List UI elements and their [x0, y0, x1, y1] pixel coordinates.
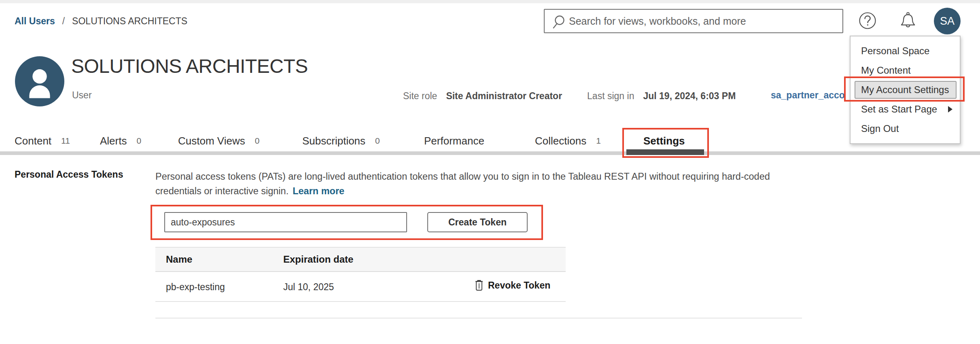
- pat-description-line1: Personal access tokens (PATs) are long-l…: [155, 169, 770, 184]
- token-expiration-cell: Jul 10, 2025: [283, 282, 334, 293]
- page-title: SOLUTIONS ARCHITECTS: [71, 55, 308, 77]
- menu-item-sign-out[interactable]: Sign Out: [851, 119, 960, 138]
- menu-item-my-content[interactable]: My Content: [851, 61, 960, 80]
- account-menu: Personal Space My Content My Account Set…: [850, 36, 961, 144]
- profile-meta-row: Site role Site Administrator Creator Las…: [403, 90, 736, 102]
- tab-alerts-count: 0: [136, 136, 141, 146]
- site-role-value: Site Administrator Creator: [446, 91, 562, 102]
- notifications-bell-icon[interactable]: [899, 11, 917, 30]
- tab-custom-views[interactable]: Custom Views0: [178, 130, 259, 151]
- search-icon: [551, 14, 567, 32]
- submenu-arrow-icon: [948, 106, 952, 113]
- learn-more-link[interactable]: Learn more: [293, 186, 344, 196]
- tab-subscriptions-count: 0: [375, 136, 380, 146]
- section-divider: [155, 318, 802, 319]
- tab-collections[interactable]: Collections1: [535, 130, 601, 151]
- tableau-user-settings-page: All Users / SOLUTIONS ARCHITECTS SA: [0, 0, 980, 344]
- breadcrumb: All Users / SOLUTIONS ARCHITECTS: [15, 15, 187, 28]
- tab-content[interactable]: Content11: [15, 130, 70, 151]
- breadcrumb-separator: /: [62, 16, 65, 27]
- pat-description-line2: credentials or interactive signin.Learn …: [155, 184, 770, 198]
- breadcrumb-all-users-link[interactable]: All Users: [15, 16, 55, 27]
- menu-item-my-account-settings[interactable]: My Account Settings: [855, 81, 957, 99]
- profile-avatar: [15, 56, 64, 106]
- pat-section-label: Personal Access Tokens: [15, 169, 123, 180]
- breadcrumb-current-user: SOLUTIONS ARCHITECTS: [72, 16, 187, 27]
- revoke-token-button[interactable]: Revoke Token: [474, 279, 550, 291]
- tab-settings-active[interactable]: Settings: [643, 130, 685, 151]
- user-avatar-button[interactable]: SA: [934, 8, 961, 34]
- tab-bar-baseline: [0, 151, 980, 155]
- avatar-initials: SA: [940, 15, 955, 28]
- tab-content-count: 11: [61, 136, 70, 146]
- site-role-label: Site role: [403, 91, 437, 102]
- window-top-edge: [0, 0, 980, 3]
- account-name-link[interactable]: sa_partner_accou: [771, 90, 846, 101]
- column-header-name: Name: [166, 254, 192, 265]
- tab-custom-views-count: 0: [255, 136, 260, 146]
- search-box[interactable]: [544, 9, 843, 33]
- tab-alerts[interactable]: Alerts0: [100, 130, 141, 151]
- tab-subscriptions[interactable]: Subscriptions0: [302, 130, 380, 151]
- active-tab-indicator: [626, 149, 704, 155]
- menu-item-personal-space[interactable]: Personal Space: [851, 41, 960, 61]
- help-button[interactable]: [859, 12, 876, 30]
- menu-item-set-as-start-page[interactable]: Set as Start Page: [851, 100, 960, 119]
- token-name-cell: pb-exp-testing: [166, 282, 225, 293]
- tab-collections-count: 1: [596, 136, 601, 146]
- tab-performance[interactable]: Performance: [424, 130, 484, 151]
- tokens-table-header: Name Expiration date: [155, 247, 566, 272]
- token-name-input[interactable]: [164, 212, 407, 232]
- last-sign-in-label: Last sign in: [587, 91, 634, 102]
- pat-description: Personal access tokens (PATs) are long-l…: [155, 169, 770, 198]
- last-sign-in-value: Jul 19, 2024, 6:03 PM: [643, 91, 736, 102]
- create-token-button[interactable]: Create Token: [427, 212, 528, 232]
- tokens-table: Name Expiration date pb-exp-testing Jul …: [155, 247, 566, 302]
- table-row: pb-exp-testing Jul 10, 2025 Revoke Token: [155, 272, 566, 302]
- trash-icon: [474, 279, 484, 291]
- search-input[interactable]: [569, 10, 840, 32]
- profile-subtitle: User: [72, 90, 92, 101]
- column-header-expiration: Expiration date: [283, 254, 353, 265]
